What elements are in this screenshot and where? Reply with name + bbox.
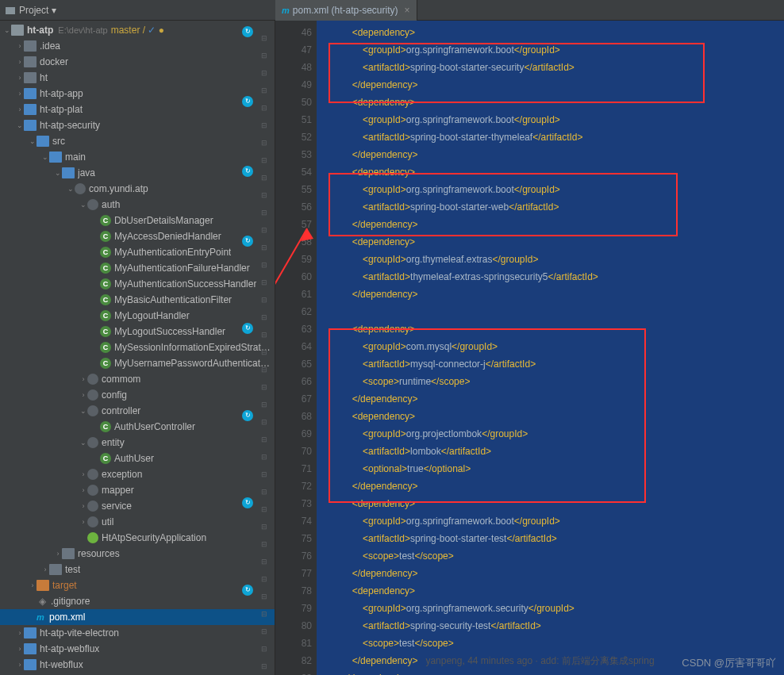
editor-tabs: m pom.xml (ht-atp-security) ×	[275, 0, 784, 21]
tree-item-ht-webflux[interactable]: ›ht-webflux	[0, 657, 275, 673]
tree-item-authusercontroller[interactable]: CAuthUserController	[0, 419, 275, 435]
code-editor[interactable]: ↻⊟46⊟47⊟48⊟49↻⊟50⊟51⊟52⊟53↻⊟54⊟55⊟56⊟57↻…	[275, 21, 784, 675]
tree-item-target[interactable]: ›target	[0, 577, 275, 593]
tree-root[interactable]: ⌄ht-atpE:\dev\ht-atpmaster / ✓ ●	[0, 22, 275, 38]
tree-item-resources[interactable]: ›resources	[0, 546, 275, 562]
tree-item-mylogouthandler[interactable]: CMyLogoutHandler	[0, 308, 275, 324]
tab-pom-xml[interactable]: m pom.xml (ht-atp-security) ×	[275, 0, 417, 21]
tree-item-mapper[interactable]: ›mapper	[0, 482, 275, 498]
svg-rect-0	[6, 7, 15, 14]
tree-item-java[interactable]: ⌄java	[0, 165, 275, 181]
tree-item-myusernamepasswordauthenticationfilter[interactable]: CMyUsernamePasswordAuthenticationFilter	[0, 355, 275, 371]
tree-item-mysessioninformationexpiredstrategy[interactable]: CMySessionInformationExpiredStrategy	[0, 339, 275, 355]
project-dropdown[interactable]: Project ▾	[5, 5, 56, 16]
project-label: Project	[19, 5, 48, 16]
tree-item-src[interactable]: ⌄src	[0, 133, 275, 149]
tree-item-myauthenticationsuccesshandler[interactable]: CMyAuthenticationSuccessHandler	[0, 276, 275, 292]
tree-item-entity[interactable]: ⌄entity	[0, 435, 275, 451]
tree-item-pom-xml[interactable]: mpom.xml	[0, 609, 275, 625]
tab-label: pom.xml (ht-atp-security)	[293, 5, 398, 16]
project-tree[interactable]: ⌄ht-atpE:\dev\ht-atpmaster / ✓ ●›.idea›d…	[0, 21, 275, 675]
close-icon[interactable]: ×	[404, 5, 409, 16]
tree-item--idea[interactable]: ›.idea	[0, 38, 275, 54]
tree-item-dbuserdetailsmanager[interactable]: CDbUserDetailsManager	[0, 213, 275, 228]
tree-item-controller[interactable]: ⌄controller	[0, 403, 275, 419]
code-area[interactable]: <dependency> <groupId>org.springframewor…	[317, 21, 784, 675]
maven-icon: m	[282, 6, 290, 15]
tree-item-config[interactable]: ›config	[0, 387, 275, 403]
tree-item-mybasicauthenticationfilter[interactable]: CMyBasicAuthenticationFilter	[0, 292, 275, 308]
tree-item-authuser[interactable]: CAuthUser	[0, 451, 275, 466]
tree-item-test[interactable]: ›test	[0, 562, 275, 577]
watermark: CSDN @厉害哥哥吖	[682, 656, 776, 670]
tree-item-mylogoutsuccesshandler[interactable]: CMyLogoutSuccessHandler	[0, 324, 275, 339]
tree-item-com-yundi-atp[interactable]: ⌄com.yundi.atp	[0, 181, 275, 197]
tree-item--gitignore[interactable]: ◈.gitignore	[0, 593, 275, 609]
tree-item-myaccessdeniedhandler[interactable]: CMyAccessDeniedHandler	[0, 228, 275, 244]
tree-item-htatpsecurityapplication[interactable]: HtAtpSecurityApplication	[0, 530, 275, 546]
tree-item-ht[interactable]: ›ht	[0, 70, 275, 86]
project-icon	[5, 5, 16, 16]
chevron-down-icon: ▾	[52, 5, 56, 16]
tree-item-exception[interactable]: ›exception	[0, 466, 275, 482]
tree-item-commom[interactable]: ›commom	[0, 371, 275, 387]
tree-item-ht-atp-security[interactable]: ⌄ht-atp-security	[0, 117, 275, 133]
tree-item-myauthenticationentrypoint[interactable]: CMyAuthenticationEntryPoint	[0, 244, 275, 260]
line-gutter: ↻⊟46⊟47⊟48⊟49↻⊟50⊟51⊟52⊟53↻⊟54⊟55⊟56⊟57↻…	[275, 21, 317, 675]
tree-item-auth[interactable]: ⌄auth	[0, 197, 275, 213]
tree-item-ht-atp-webflux[interactable]: ›ht-atp-webflux	[0, 641, 275, 657]
tree-item-ht-atp-vite-electron[interactable]: ›ht-atp-vite-electron	[0, 625, 275, 641]
tree-item-main[interactable]: ⌄main	[0, 149, 275, 165]
tree-item-service[interactable]: ›service	[0, 498, 275, 514]
tree-item-ht-atp-app[interactable]: ›ht-atp-app	[0, 86, 275, 102]
tree-item-myauthenticationfailurehandler[interactable]: CMyAuthenticationFailureHandler	[0, 260, 275, 276]
tree-item-docker[interactable]: ›docker	[0, 54, 275, 70]
tree-item-ht-atp-plat[interactable]: ›ht-atp-plat	[0, 102, 275, 117]
tree-item-util[interactable]: ›util	[0, 514, 275, 530]
